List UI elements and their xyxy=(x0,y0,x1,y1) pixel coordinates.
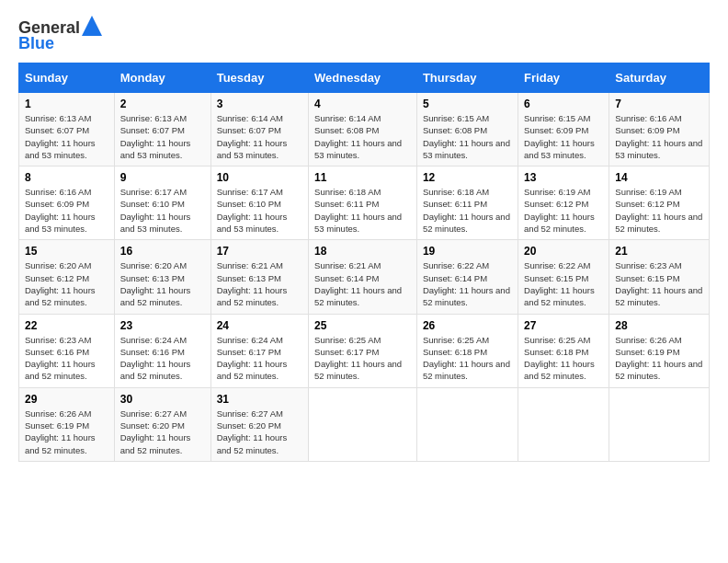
logo-text-blue: Blue xyxy=(18,34,54,53)
day-info: Sunrise: 6:25 AM Sunset: 6:17 PM Dayligh… xyxy=(314,334,411,383)
calendar-cell: 23Sunrise: 6:24 AM Sunset: 6:16 PM Dayli… xyxy=(114,314,210,387)
day-number: 29 xyxy=(25,393,108,406)
calendar-cell: 27Sunrise: 6:25 AM Sunset: 6:18 PM Dayli… xyxy=(518,314,609,387)
calendar-cell: 6Sunrise: 6:15 AM Sunset: 6:09 PM Daylig… xyxy=(518,93,609,167)
day-number: 31 xyxy=(217,393,302,406)
calendar-cell: 16Sunrise: 6:20 AM Sunset: 6:13 PM Dayli… xyxy=(114,240,210,314)
day-number: 5 xyxy=(423,98,512,110)
day-info: Sunrise: 6:21 AM Sunset: 6:14 PM Dayligh… xyxy=(314,259,411,308)
day-number: 14 xyxy=(615,171,703,184)
day-info: Sunrise: 6:18 AM Sunset: 6:11 PM Dayligh… xyxy=(314,186,411,235)
calendar-cell: 9Sunrise: 6:17 AM Sunset: 6:10 PM Daylig… xyxy=(114,167,210,240)
day-number: 9 xyxy=(120,171,205,184)
day-info: Sunrise: 6:17 AM Sunset: 6:10 PM Dayligh… xyxy=(217,186,302,235)
day-number: 28 xyxy=(615,319,703,332)
calendar-cell: 29Sunrise: 6:26 AM Sunset: 6:19 PM Dayli… xyxy=(19,387,115,461)
day-number: 27 xyxy=(524,319,603,332)
day-info: Sunrise: 6:18 AM Sunset: 6:11 PM Dayligh… xyxy=(423,186,512,235)
day-number: 1 xyxy=(25,98,108,110)
day-header-friday: Friday xyxy=(518,63,609,93)
day-info: Sunrise: 6:21 AM Sunset: 6:13 PM Dayligh… xyxy=(217,259,302,308)
day-info: Sunrise: 6:22 AM Sunset: 6:15 PM Dayligh… xyxy=(524,259,603,308)
logo-icon xyxy=(82,16,102,36)
day-info: Sunrise: 6:27 AM Sunset: 6:20 PM Dayligh… xyxy=(120,408,205,456)
day-number: 13 xyxy=(524,171,603,184)
calendar-cell: 12Sunrise: 6:18 AM Sunset: 6:11 PM Dayli… xyxy=(416,167,518,240)
day-info: Sunrise: 6:15 AM Sunset: 6:08 PM Dayligh… xyxy=(423,112,512,161)
calendar-cell: 4Sunrise: 6:14 AM Sunset: 6:08 PM Daylig… xyxy=(309,93,417,167)
calendar-cell: 18Sunrise: 6:21 AM Sunset: 6:14 PM Dayli… xyxy=(309,240,417,314)
calendar-cell: 30Sunrise: 6:27 AM Sunset: 6:20 PM Dayli… xyxy=(114,387,210,461)
day-info: Sunrise: 6:16 AM Sunset: 6:09 PM Dayligh… xyxy=(25,186,108,235)
calendar-cell: 11Sunrise: 6:18 AM Sunset: 6:11 PM Dayli… xyxy=(309,167,417,240)
calendar-cell: 15Sunrise: 6:20 AM Sunset: 6:12 PM Dayli… xyxy=(19,240,115,314)
svg-marker-0 xyxy=(82,16,102,36)
day-info: Sunrise: 6:14 AM Sunset: 6:08 PM Dayligh… xyxy=(314,112,411,161)
day-number: 25 xyxy=(314,319,411,332)
calendar-cell: 28Sunrise: 6:26 AM Sunset: 6:19 PM Dayli… xyxy=(609,314,710,387)
day-info: Sunrise: 6:24 AM Sunset: 6:17 PM Dayligh… xyxy=(217,334,302,383)
day-info: Sunrise: 6:23 AM Sunset: 6:15 PM Dayligh… xyxy=(615,259,703,308)
day-info: Sunrise: 6:22 AM Sunset: 6:14 PM Dayligh… xyxy=(423,259,512,308)
day-header-sunday: Sunday xyxy=(19,63,115,93)
day-info: Sunrise: 6:24 AM Sunset: 6:16 PM Dayligh… xyxy=(120,334,205,383)
calendar-cell: 31Sunrise: 6:27 AM Sunset: 6:20 PM Dayli… xyxy=(210,387,308,461)
calendar-cell: 13Sunrise: 6:19 AM Sunset: 6:12 PM Dayli… xyxy=(518,167,609,240)
calendar-cell: 3Sunrise: 6:14 AM Sunset: 6:07 PM Daylig… xyxy=(210,93,308,167)
day-info: Sunrise: 6:25 AM Sunset: 6:18 PM Dayligh… xyxy=(524,334,603,383)
calendar-cell: 22Sunrise: 6:23 AM Sunset: 6:16 PM Dayli… xyxy=(19,314,115,387)
day-number: 15 xyxy=(25,245,108,258)
calendar-week-row: 22Sunrise: 6:23 AM Sunset: 6:16 PM Dayli… xyxy=(19,314,710,387)
calendar-cell: 17Sunrise: 6:21 AM Sunset: 6:13 PM Dayli… xyxy=(210,240,308,314)
calendar-cell: 8Sunrise: 6:16 AM Sunset: 6:09 PM Daylig… xyxy=(19,167,115,240)
day-info: Sunrise: 6:19 AM Sunset: 6:12 PM Dayligh… xyxy=(524,186,603,235)
day-header-monday: Monday xyxy=(114,63,210,93)
calendar-week-row: 29Sunrise: 6:26 AM Sunset: 6:19 PM Dayli… xyxy=(19,387,710,461)
calendar-cell: 26Sunrise: 6:25 AM Sunset: 6:18 PM Dayli… xyxy=(416,314,518,387)
day-number: 2 xyxy=(120,98,205,110)
day-number: 30 xyxy=(120,393,205,406)
calendar-table: SundayMondayTuesdayWednesdayThursdayFrid… xyxy=(18,63,710,462)
calendar-cell: 5Sunrise: 6:15 AM Sunset: 6:08 PM Daylig… xyxy=(416,93,518,167)
calendar-cell: 10Sunrise: 6:17 AM Sunset: 6:10 PM Dayli… xyxy=(210,167,308,240)
calendar-header-row: SundayMondayTuesdayWednesdayThursdayFrid… xyxy=(19,63,710,93)
day-number: 3 xyxy=(217,98,302,110)
calendar-cell: 21Sunrise: 6:23 AM Sunset: 6:15 PM Dayli… xyxy=(609,240,710,314)
day-number: 7 xyxy=(615,98,703,110)
calendar-week-row: 8Sunrise: 6:16 AM Sunset: 6:09 PM Daylig… xyxy=(19,167,710,240)
day-info: Sunrise: 6:25 AM Sunset: 6:18 PM Dayligh… xyxy=(423,334,512,383)
day-number: 21 xyxy=(615,245,703,258)
day-info: Sunrise: 6:19 AM Sunset: 6:12 PM Dayligh… xyxy=(615,186,703,235)
day-info: Sunrise: 6:20 AM Sunset: 6:12 PM Dayligh… xyxy=(25,259,108,308)
day-number: 22 xyxy=(25,319,108,332)
day-info: Sunrise: 6:20 AM Sunset: 6:13 PM Dayligh… xyxy=(120,259,205,308)
calendar-cell xyxy=(416,387,518,461)
calendar-cell: 24Sunrise: 6:24 AM Sunset: 6:17 PM Dayli… xyxy=(210,314,308,387)
day-header-tuesday: Tuesday xyxy=(210,63,308,93)
day-number: 23 xyxy=(120,319,205,332)
calendar-cell: 7Sunrise: 6:16 AM Sunset: 6:09 PM Daylig… xyxy=(609,93,710,167)
calendar-cell xyxy=(518,387,609,461)
day-info: Sunrise: 6:15 AM Sunset: 6:09 PM Dayligh… xyxy=(524,112,603,161)
calendar-week-row: 1Sunrise: 6:13 AM Sunset: 6:07 PM Daylig… xyxy=(19,93,710,167)
day-number: 19 xyxy=(423,245,512,258)
day-info: Sunrise: 6:13 AM Sunset: 6:07 PM Dayligh… xyxy=(120,112,205,161)
day-number: 18 xyxy=(314,245,411,258)
day-info: Sunrise: 6:14 AM Sunset: 6:07 PM Dayligh… xyxy=(217,112,302,161)
calendar-week-row: 15Sunrise: 6:20 AM Sunset: 6:12 PM Dayli… xyxy=(19,240,710,314)
day-header-thursday: Thursday xyxy=(416,63,518,93)
page-header: General Blue xyxy=(18,18,710,53)
logo: General Blue xyxy=(18,18,102,53)
day-number: 16 xyxy=(120,245,205,258)
calendar-cell xyxy=(609,387,710,461)
calendar-cell: 14Sunrise: 6:19 AM Sunset: 6:12 PM Dayli… xyxy=(609,167,710,240)
day-number: 26 xyxy=(423,319,512,332)
day-info: Sunrise: 6:16 AM Sunset: 6:09 PM Dayligh… xyxy=(615,112,703,161)
day-number: 6 xyxy=(524,98,603,110)
day-info: Sunrise: 6:13 AM Sunset: 6:07 PM Dayligh… xyxy=(25,112,108,161)
day-header-saturday: Saturday xyxy=(609,63,710,93)
day-number: 24 xyxy=(217,319,302,332)
day-number: 12 xyxy=(423,171,512,184)
calendar-cell: 1Sunrise: 6:13 AM Sunset: 6:07 PM Daylig… xyxy=(19,93,115,167)
day-number: 4 xyxy=(314,98,411,110)
